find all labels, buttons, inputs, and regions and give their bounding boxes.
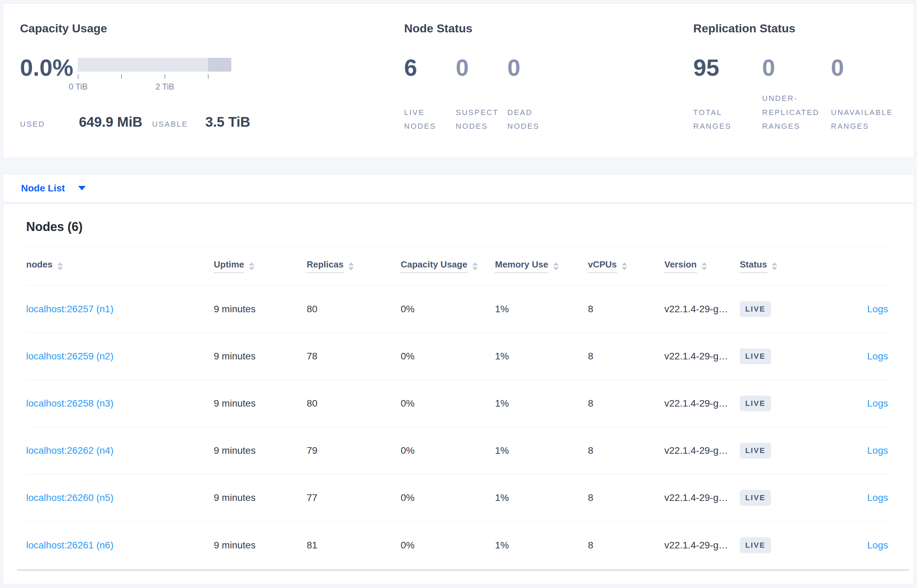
- version-cell: v22.1.4-29-g…: [664, 540, 740, 551]
- table-row: localhost:26259 (n2) 9 minutes 78 0% 1% …: [26, 333, 891, 380]
- suspect-nodes-stat: 0 SUSPECT NODES: [456, 54, 507, 134]
- total-ranges-value: 95: [693, 54, 754, 81]
- node-link[interactable]: localhost:26258 (n3): [26, 398, 114, 409]
- under-replicated-ranges-label: UNDER-REPLICATED RANGES: [762, 92, 823, 134]
- status-badge: LIVE: [740, 490, 771, 506]
- sort-icon: [702, 262, 707, 270]
- replicas-cell: 79: [307, 445, 401, 456]
- uptime-cell: 9 minutes: [214, 540, 307, 551]
- version-cell: v22.1.4-29-g…: [664, 304, 740, 315]
- under-replicated-ranges-stat: 0 UNDER-REPLICATED RANGES: [762, 54, 831, 134]
- capacity-bar: [78, 58, 231, 72]
- capacity-usage-cell: 0%: [401, 540, 495, 551]
- sort-icon: [772, 262, 777, 270]
- sort-icon: [58, 262, 63, 270]
- unavailable-ranges-stat: 0 UNAVAILABLE RANGES: [831, 54, 900, 134]
- capacity-usage-cell: 0%: [401, 304, 495, 315]
- nodes-table-title: Nodes (6): [26, 204, 891, 234]
- node-status-panel: Node Status 6 LIVE NODES 0 SUSPECT NODES…: [404, 22, 693, 134]
- suspect-nodes-label: SUSPECT NODES: [456, 106, 499, 134]
- usable-label: USABLE: [152, 120, 188, 129]
- node-status-title: Node Status: [404, 22, 693, 35]
- cluster-summary-card: Capacity Usage 0.0% 0 TiB 2 TiB: [3, 3, 914, 158]
- sort-icon: [348, 262, 354, 270]
- logs-link[interactable]: Logs: [867, 304, 888, 314]
- uptime-cell: 9 minutes: [214, 398, 307, 409]
- total-ranges-label: TOTAL RANGES: [693, 106, 754, 134]
- unavailable-ranges-value: 0: [831, 54, 891, 81]
- status-badge: LIVE: [740, 537, 771, 553]
- memory-use-cell: 1%: [495, 445, 588, 456]
- version-cell: v22.1.4-29-g…: [664, 492, 740, 503]
- replicas-cell: 77: [307, 492, 401, 503]
- uptime-cell: 9 minutes: [214, 445, 307, 456]
- node-link[interactable]: localhost:26261 (n6): [26, 540, 114, 551]
- logs-link[interactable]: Logs: [867, 445, 888, 456]
- capacity-usage-title: Capacity Usage: [20, 22, 404, 35]
- node-link[interactable]: localhost:26259 (n2): [26, 351, 114, 362]
- node-list-dropdown[interactable]: Node List: [21, 183, 86, 194]
- total-ranges-stat: 95 TOTAL RANGES: [693, 54, 762, 134]
- chevron-down-icon: [78, 186, 86, 191]
- node-list-dropdown-label: Node List: [21, 183, 65, 194]
- version-cell: v22.1.4-29-g…: [664, 398, 740, 409]
- replicas-cell: 80: [307, 398, 401, 409]
- horizontal-scrollbar[interactable]: [17, 569, 909, 571]
- vcpus-cell: 8: [588, 304, 664, 315]
- capacity-axis-labels: 0 TiB 2 TiB: [78, 82, 231, 92]
- column-header-capacity[interactable]: Capacity Usage: [401, 259, 495, 273]
- sort-icon: [472, 262, 478, 270]
- axis-label-0tib: 0 TiB: [69, 82, 88, 92]
- status-badge: LIVE: [740, 348, 771, 364]
- table-row: localhost:26262 (n4) 9 minutes 79 0% 1% …: [26, 427, 891, 474]
- capacity-usage-cell: 0%: [401, 492, 495, 503]
- table-body: localhost:26257 (n1) 9 minutes 80 0% 1% …: [26, 286, 891, 569]
- vcpus-cell: 8: [588, 351, 664, 362]
- memory-use-cell: 1%: [495, 304, 588, 315]
- column-header-status[interactable]: Status: [740, 259, 813, 273]
- table-header-row: nodesUptimeReplicasCapacity UsageMemory …: [26, 247, 891, 286]
- node-link[interactable]: localhost:26260 (n5): [26, 492, 114, 503]
- column-header-vcpus[interactable]: vCPUs: [588, 259, 664, 273]
- under-replicated-ranges-value: 0: [762, 54, 823, 81]
- table-row: localhost:26257 (n1) 9 minutes 80 0% 1% …: [26, 286, 891, 333]
- column-header-nodes[interactable]: nodes: [26, 259, 214, 273]
- node-link[interactable]: localhost:26257 (n1): [26, 304, 114, 314]
- table-row: localhost:26258 (n3) 9 minutes 80 0% 1% …: [26, 380, 891, 427]
- uptime-cell: 9 minutes: [214, 351, 307, 362]
- column-header-uptime[interactable]: Uptime: [214, 259, 307, 273]
- live-nodes-stat: 6 LIVE NODES: [404, 54, 456, 134]
- unavailable-ranges-label: UNAVAILABLE RANGES: [831, 106, 893, 134]
- vcpus-cell: 8: [588, 540, 664, 551]
- dead-nodes-label: DEAD NODES: [507, 106, 551, 134]
- capacity-usage-cell: 0%: [401, 445, 495, 456]
- view-selector-strip: Node List: [3, 174, 914, 202]
- memory-use-cell: 1%: [495, 540, 588, 551]
- capacity-usage-cell: 0%: [401, 351, 495, 362]
- logs-link[interactable]: Logs: [867, 492, 888, 503]
- column-header-memory[interactable]: Memory Use: [495, 259, 588, 273]
- capacity-usage-cell: 0%: [401, 398, 495, 409]
- node-link[interactable]: localhost:26262 (n4): [26, 445, 114, 456]
- capacity-bar-reserved-segment: [208, 58, 231, 72]
- status-badge: LIVE: [740, 301, 771, 317]
- vcpus-cell: 8: [588, 492, 664, 503]
- capacity-usage-panel: Capacity Usage 0.0% 0 TiB 2 TiB: [20, 22, 404, 134]
- column-header-replicas[interactable]: Replicas: [307, 259, 401, 273]
- table-row: localhost:26261 (n6) 9 minutes 81 0% 1% …: [26, 522, 891, 569]
- capacity-bar-chart: 0 TiB 2 TiB: [78, 54, 231, 92]
- logs-link[interactable]: Logs: [867, 540, 888, 551]
- sort-icon: [249, 262, 254, 270]
- logs-link[interactable]: Logs: [867, 351, 888, 362]
- usable-value: 3.5 TiB: [205, 114, 250, 130]
- live-nodes-value: 6: [404, 54, 447, 81]
- uptime-cell: 9 minutes: [214, 492, 307, 503]
- replicas-cell: 78: [307, 351, 401, 362]
- replication-status-panel: Replication Status 95 TOTAL RANGES 0 UND…: [693, 22, 900, 134]
- capacity-axis-ticks: [78, 74, 231, 82]
- column-header-version[interactable]: Version: [664, 259, 740, 273]
- replication-status-title: Replication Status: [693, 22, 900, 35]
- uptime-cell: 9 minutes: [214, 304, 307, 315]
- dead-nodes-stat: 0 DEAD NODES: [507, 54, 559, 134]
- logs-link[interactable]: Logs: [867, 398, 888, 409]
